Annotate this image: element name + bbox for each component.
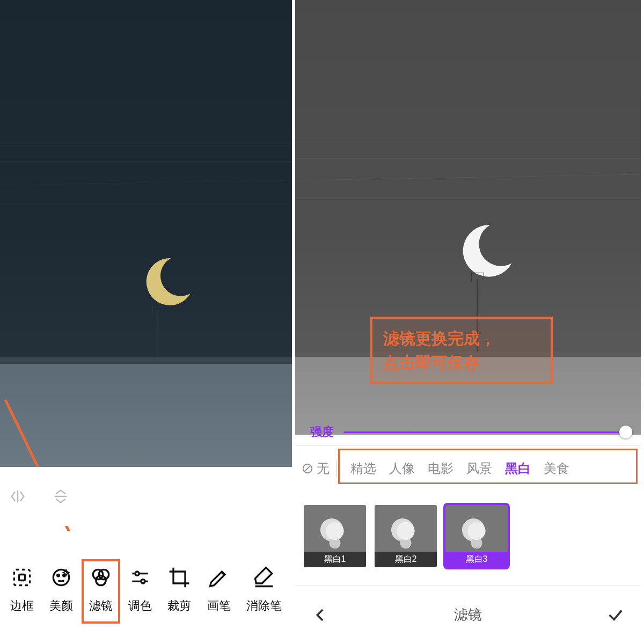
svg-point-6 (57, 575, 60, 577)
category-portrait[interactable]: 人像 (388, 459, 416, 478)
intensity-slider-row: 强度 (295, 419, 641, 445)
category-none[interactable]: 无 (302, 460, 336, 477)
svg-rect-4 (19, 575, 25, 581)
category-label: 黑白 (505, 461, 531, 475)
left-screenshot: 边框 美颜 滤镜 调色 裁剪 画笔 消除笔 (0, 0, 295, 644)
frame-icon (10, 566, 34, 589)
tool-label: 边框 (10, 598, 34, 614)
tool-label: 调色 (128, 598, 152, 614)
tool-label: 消除笔 (246, 598, 282, 614)
svg-rect-3 (14, 569, 30, 585)
flip-vertical-icon[interactable] (53, 488, 69, 504)
svg-line-17 (304, 465, 311, 472)
moon-icon (456, 220, 518, 282)
moon-icon (138, 252, 197, 311)
tool-label: 美颜 (49, 598, 73, 614)
filter-thumb-bw3[interactable]: 黑白3 (445, 505, 508, 567)
svg-point-10 (96, 575, 105, 585)
filter-icon (89, 566, 113, 589)
eraser-icon (252, 566, 276, 589)
tool-label: 裁剪 (167, 598, 191, 614)
category-label: 风景 (466, 461, 492, 475)
bottom-title: 滤镜 (454, 605, 482, 624)
category-label: 无 (317, 460, 330, 477)
left-subtoolbar (0, 467, 292, 526)
tool-frame[interactable]: 边框 (10, 566, 34, 614)
svg-point-9 (99, 569, 108, 579)
slider-thumb[interactable] (619, 426, 632, 438)
category-label: 美食 (544, 461, 569, 475)
category-featured[interactable]: 精选 (349, 459, 377, 478)
svg-point-14 (141, 580, 145, 583)
thumb-label: 黑白1 (304, 552, 366, 567)
bottom-action-bar: 滤镜 (295, 585, 641, 644)
tool-label: 滤镜 (89, 598, 113, 614)
tower-silhouette (157, 311, 158, 360)
tool-crop[interactable]: 裁剪 (167, 566, 191, 614)
tool-label: 画笔 (207, 598, 231, 614)
tool-eraser[interactable]: 消除笔 (246, 566, 282, 614)
svg-point-12 (135, 572, 139, 575)
callout-line: 点击即可保存 (383, 350, 540, 375)
beauty-icon (49, 566, 73, 589)
svg-point-5 (53, 569, 69, 585)
category-landscape[interactable]: 风景 (465, 459, 493, 478)
filter-thumbnails: 黑白1 黑白2 黑白3 (295, 496, 641, 576)
back-button[interactable] (311, 606, 330, 624)
right-screenshot: 滤镜更换完成， 点击即可保存 强度 无 精选 人像 电影 风景 黑白 美食 黑白… (295, 0, 641, 644)
filter-category-tabs: 无 精选 人像 电影 风景 黑白 美食 (295, 445, 641, 491)
ban-icon (302, 463, 313, 474)
flip-horizontal-icon[interactable] (10, 488, 26, 504)
category-movie[interactable]: 电影 (427, 459, 455, 478)
tool-brush[interactable]: 画笔 (207, 566, 231, 614)
left-preview-image (0, 0, 292, 467)
edit-toolbar: 边框 美颜 滤镜 调色 裁剪 画笔 消除笔 (0, 531, 292, 644)
category-label: 精选 (350, 461, 376, 475)
annotation-callout: 滤镜更换完成， 点击即可保存 (370, 317, 553, 384)
svg-point-8 (93, 569, 103, 579)
thumb-label: 黑白3 (445, 552, 508, 567)
intensity-slider[interactable] (343, 431, 626, 433)
brush-icon (207, 566, 231, 589)
tool-beauty[interactable]: 美颜 (49, 566, 73, 614)
slider-label: 强度 (310, 424, 334, 440)
category-label: 人像 (389, 461, 415, 475)
callout-line: 滤镜更换完成， (383, 326, 540, 350)
category-bw[interactable]: 黑白 (504, 459, 532, 478)
crop-icon (167, 566, 191, 589)
category-label: 电影 (428, 461, 453, 475)
filter-thumb-bw1[interactable]: 黑白1 (304, 505, 366, 567)
svg-point-7 (63, 575, 65, 577)
thumb-label: 黑白2 (375, 552, 437, 567)
tool-adjust[interactable]: 调色 (128, 566, 152, 614)
right-preview-image: 滤镜更换完成， 点击即可保存 (295, 0, 641, 435)
adjust-icon (128, 566, 152, 589)
category-food[interactable]: 美食 (543, 459, 570, 478)
confirm-button[interactable] (606, 606, 625, 624)
filter-thumb-bw2[interactable]: 黑白2 (375, 505, 437, 567)
tool-filter[interactable]: 滤镜 (89, 566, 113, 614)
